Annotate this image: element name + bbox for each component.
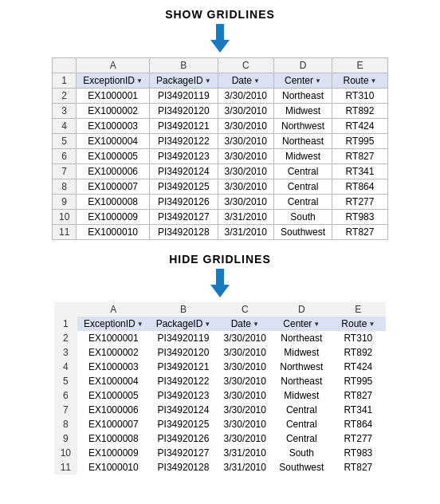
header-label: Date [232, 75, 252, 86]
header-cell-0[interactable]: ExceptionID ▼ [77, 317, 150, 331]
header-cell-1[interactable]: PackageID ▼ [150, 317, 218, 331]
cell-r2-c2: 3/30/2010 [218, 89, 273, 104]
row-num-6: 6 [52, 149, 76, 164]
cell-r9-c2: 3/30/2010 [218, 195, 273, 210]
cell-r10-c2: 3/31/2010 [218, 210, 273, 225]
cell-r6-c2: 3/30/2010 [217, 388, 273, 403]
cell-r9-c0: EX1000008 [77, 431, 150, 446]
row-num-8: 8 [54, 417, 77, 431]
cell-r11-c1: PI34920128 [149, 225, 218, 240]
cell-r9-c4: RT277 [332, 195, 388, 210]
cell-r9-c3: Central [273, 195, 332, 210]
cell-r7-c3: Central [273, 403, 330, 417]
row-num-5: 5 [54, 374, 77, 388]
cell-r3-c3: Midwest [273, 104, 332, 119]
cell-r6-c3: Midwest [273, 388, 330, 403]
filter-dropdown-icon[interactable]: ▼ [253, 77, 260, 85]
cell-r8-c0: EX1000007 [77, 179, 150, 195]
cell-r8-c3: Central [273, 417, 330, 431]
filter-dropdown-icon[interactable]: ▼ [371, 77, 377, 85]
header-cell-0[interactable]: ExceptionID ▼ [77, 73, 150, 89]
filter-dropdown-icon[interactable]: ▼ [313, 321, 320, 328]
cell-r2-c1: PI34920119 [149, 89, 218, 104]
cell-r10-c3: South [273, 446, 330, 460]
cell-r7-c1: PI34920124 [149, 164, 218, 179]
cell-r6-c0: EX1000005 [77, 388, 150, 403]
header-cell-3[interactable]: Center ▼ [273, 317, 330, 331]
row-num-3: 3 [54, 345, 77, 360]
cell-r4-c4: RT424 [332, 119, 388, 134]
cell-r8-c0: EX1000007 [77, 417, 150, 431]
cell-r4-c1: PI34920121 [149, 119, 218, 134]
cell-r3-c4: RT892 [332, 104, 388, 119]
down-arrow-icon [210, 24, 230, 53]
row-num-10: 10 [54, 446, 77, 460]
cell-r2-c4: RT310 [332, 89, 388, 104]
filter-dropdown-icon[interactable]: ▼ [315, 77, 321, 85]
cell-r3-c0: EX1000002 [77, 345, 150, 360]
cell-r10-c3: South [273, 210, 332, 225]
cell-r11-c2: 3/31/2010 [217, 460, 273, 474]
section-show-gridlines: SHOW GRIDLINESABCDE1 ExceptionID ▼ Packa… [16, 8, 424, 240]
cell-r3-c4: RT892 [330, 345, 386, 360]
cell-r6-c1: PI34920123 [150, 388, 218, 403]
row-num-1: 1 [54, 317, 77, 331]
header-label: ExceptionID [83, 75, 135, 86]
cell-r11-c4: RT827 [332, 225, 388, 240]
corner-cell [52, 58, 76, 73]
header-label: ExceptionID [84, 318, 136, 329]
cell-r6-c4: RT827 [332, 149, 388, 164]
cell-r8-c2: 3/30/2010 [218, 179, 273, 195]
cell-r2-c3: Northeast [273, 89, 332, 104]
cell-r3-c1: PI34920120 [150, 345, 218, 360]
filter-dropdown-icon[interactable]: ▼ [253, 321, 259, 328]
cell-r11-c2: 3/31/2010 [218, 225, 273, 240]
filter-dropdown-icon[interactable]: ▼ [136, 77, 143, 85]
cell-r6-c1: PI34920123 [149, 149, 218, 164]
row-num-9: 9 [52, 195, 76, 210]
cell-r3-c2: 3/30/2010 [218, 104, 273, 119]
arrow-container [16, 24, 424, 53]
col-letter-E: E [332, 58, 388, 73]
cell-r8-c2: 3/30/2010 [217, 417, 273, 431]
header-cell-2[interactable]: Date ▼ [217, 317, 273, 331]
row-num-1: 1 [52, 73, 76, 89]
cell-r7-c2: 3/30/2010 [217, 403, 273, 417]
header-cell-2[interactable]: Date ▼ [218, 73, 273, 89]
cell-r8-c1: PI34920125 [149, 179, 218, 195]
cell-r5-c3: Northeast [273, 134, 332, 149]
filter-dropdown-icon[interactable]: ▼ [205, 77, 211, 85]
row-num-9: 9 [54, 431, 77, 446]
cell-r7-c3: Central [273, 164, 332, 179]
cell-r6-c2: 3/30/2010 [218, 149, 273, 164]
row-num-7: 7 [52, 164, 76, 179]
row-num-11: 11 [52, 225, 76, 240]
header-cell-1[interactable]: PackageID ▼ [149, 73, 218, 89]
cell-r5-c1: PI34920122 [149, 134, 218, 149]
cell-r5-c0: EX1000004 [77, 134, 150, 149]
cell-r7-c0: EX1000006 [77, 164, 150, 179]
filter-dropdown-icon[interactable]: ▼ [137, 321, 143, 328]
cell-r9-c4: RT277 [330, 431, 386, 446]
cell-r2-c0: EX1000001 [77, 331, 150, 345]
cell-r11-c3: Southwest [273, 460, 330, 474]
row-num-3: 3 [52, 104, 76, 119]
cell-r4-c3: Northwest [273, 360, 330, 374]
header-cell-4[interactable]: Route ▼ [330, 317, 386, 331]
row-num-4: 4 [54, 360, 77, 374]
cell-r10-c2: 3/31/2010 [217, 446, 273, 460]
header-label: Center [285, 75, 313, 86]
cell-r5-c0: EX1000004 [77, 374, 150, 388]
header-label: Center [283, 318, 312, 329]
filter-dropdown-icon[interactable]: ▼ [368, 321, 375, 328]
col-letter-E: E [330, 302, 386, 317]
header-cell-3[interactable]: Center ▼ [273, 73, 332, 89]
row-num-7: 7 [54, 403, 77, 417]
row-num-5: 5 [52, 134, 76, 149]
down-arrow-icon [210, 269, 230, 297]
filter-dropdown-icon[interactable]: ▼ [204, 321, 210, 328]
header-cell-4[interactable]: Route ▼ [332, 73, 388, 89]
header-label: Route [344, 75, 369, 86]
cell-r6-c3: Midwest [273, 149, 332, 164]
col-letter-A: A [77, 302, 150, 317]
